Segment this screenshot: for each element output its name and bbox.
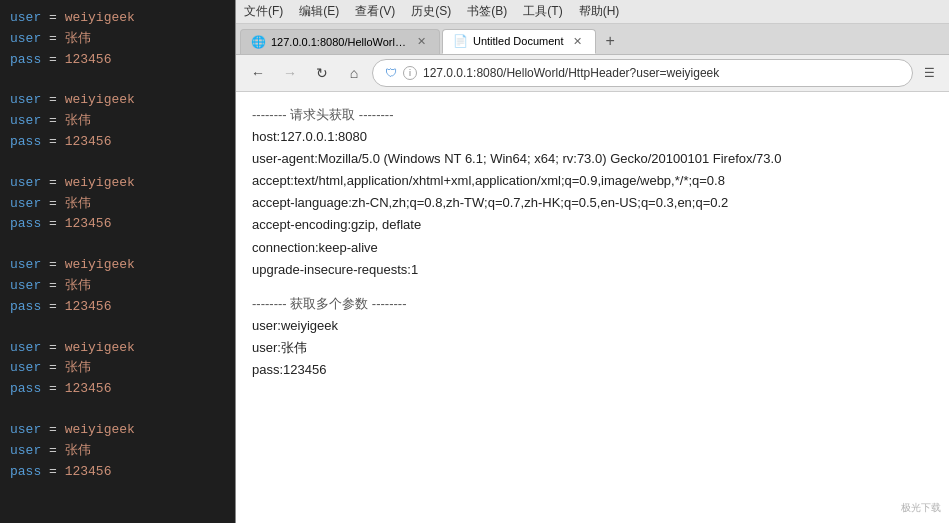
menu-item[interactable]: 查看(V) <box>355 3 395 20</box>
back-button[interactable]: ← <box>244 59 272 87</box>
tab-bar: 🌐127.0.0.1:8080/HelloWorld/...✕📄Untitled… <box>236 24 949 55</box>
tab-label: Untitled Document <box>473 35 564 47</box>
menu-item[interactable]: 工具(T) <box>523 3 562 20</box>
left-code-line: user = weiyigeek <box>10 90 225 111</box>
info-icon: i <box>403 66 417 80</box>
left-code-line: user = weiyigeek <box>10 255 225 276</box>
left-code-line <box>10 400 225 420</box>
left-code-line: pass = 123456 <box>10 50 225 71</box>
address-text: 127.0.0.1:8080/HelloWorld/HttpHeader?use… <box>423 66 900 80</box>
tab-close-button[interactable]: ✕ <box>414 34 429 49</box>
param-line: user:weiyigeek <box>252 315 933 337</box>
content-line: accept-language:zh-CN,zh;q=0.8,zh-TW;q=0… <box>252 192 933 214</box>
param-line: user:张伟 <box>252 337 933 359</box>
menu-item[interactable]: 帮助(H) <box>579 3 620 20</box>
tab-icon: 📄 <box>453 34 467 48</box>
watermark: 极光下载 <box>901 501 941 515</box>
content-line: connection:keep-alive <box>252 237 933 259</box>
browser-tab[interactable]: 📄Untitled Document✕ <box>442 29 596 54</box>
left-code-line <box>10 235 225 255</box>
content-line: accept-encoding:gzip, deflate <box>252 214 933 236</box>
tab-icon: 🌐 <box>251 35 265 49</box>
menu-item[interactable]: 书签(B) <box>467 3 507 20</box>
forward-button[interactable]: → <box>276 59 304 87</box>
left-code-line: user = 张伟 <box>10 441 225 462</box>
left-code-line: user = weiyigeek <box>10 8 225 29</box>
menu-item[interactable]: 编辑(E) <box>299 3 339 20</box>
left-code-line: pass = 123456 <box>10 379 225 400</box>
left-code-line: user = 张伟 <box>10 358 225 379</box>
tab-label: 127.0.0.1:8080/HelloWorld/... <box>271 36 408 48</box>
left-code-line: user = weiyigeek <box>10 338 225 359</box>
home-button[interactable]: ⌂ <box>340 59 368 87</box>
address-bar[interactable]: 🛡 i 127.0.0.1:8080/HelloWorld/HttpHeader… <box>372 59 913 87</box>
browser-panel: 文件(F)编辑(E)查看(V)历史(S)书签(B)工具(T)帮助(H) 🌐127… <box>235 0 949 523</box>
content-line: host:127.0.0.1:8080 <box>252 126 933 148</box>
content-line: user-agent:Mozilla/5.0 (Windows NT 6.1; … <box>252 148 933 170</box>
left-code-line <box>10 70 225 90</box>
left-code-line <box>10 153 225 173</box>
section-header-2: -------- 获取多个参数 -------- <box>252 293 933 315</box>
left-panel: user = weiyigeekuser = 张伟pass = 123456us… <box>0 0 235 523</box>
left-code-line: user = 张伟 <box>10 29 225 50</box>
browser-content: -------- 请求头获取 --------host:127.0.0.1:80… <box>236 92 949 523</box>
menu-bar: 文件(F)编辑(E)查看(V)历史(S)书签(B)工具(T)帮助(H) <box>236 0 949 24</box>
nav-bar: ← → ↻ ⌂ 🛡 i 127.0.0.1:8080/HelloWorld/Ht… <box>236 55 949 92</box>
left-code-line: pass = 123456 <box>10 132 225 153</box>
left-code-line: user = weiyigeek <box>10 420 225 441</box>
left-code-line: pass = 123456 <box>10 214 225 235</box>
left-code-line <box>10 318 225 338</box>
browser-tab[interactable]: 🌐127.0.0.1:8080/HelloWorld/...✕ <box>240 29 440 54</box>
shield-icon: 🛡 <box>385 66 397 80</box>
left-code-line: pass = 123456 <box>10 462 225 483</box>
left-code-line: user = weiyigeek <box>10 173 225 194</box>
new-tab-button[interactable]: + <box>598 28 623 54</box>
left-code-line: user = 张伟 <box>10 111 225 132</box>
left-code-line: user = 张伟 <box>10 276 225 297</box>
tab-close-button[interactable]: ✕ <box>570 34 585 49</box>
page-options-button[interactable]: ☰ <box>917 61 941 85</box>
left-code-line: user = 张伟 <box>10 194 225 215</box>
content-line: upgrade-insecure-requests:1 <box>252 259 933 281</box>
param-line: pass:123456 <box>252 359 933 381</box>
content-line: accept:text/html,application/xhtml+xml,a… <box>252 170 933 192</box>
left-code-line: pass = 123456 <box>10 297 225 318</box>
section-header-1: -------- 请求头获取 -------- <box>252 104 933 126</box>
refresh-button[interactable]: ↻ <box>308 59 336 87</box>
menu-item[interactable]: 历史(S) <box>411 3 451 20</box>
menu-item[interactable]: 文件(F) <box>244 3 283 20</box>
